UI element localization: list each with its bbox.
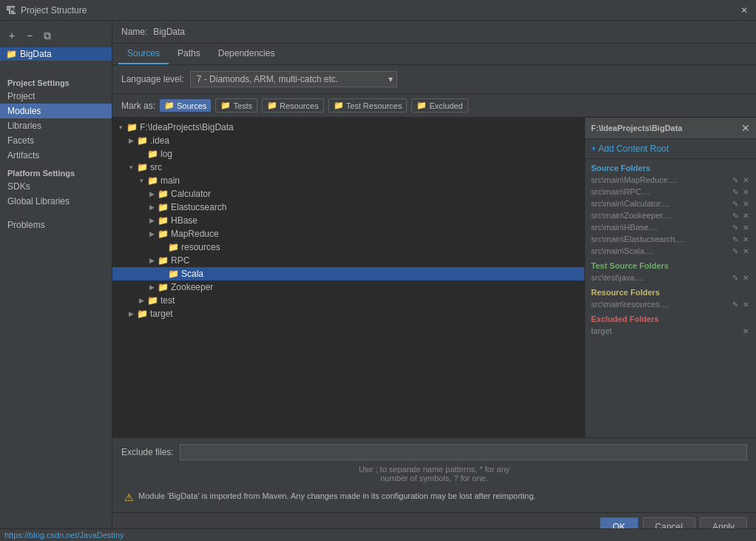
log-folder-icon: 📁 <box>146 149 158 158</box>
exclude-files-row: Exclude files: <box>121 444 747 460</box>
tab-paths[interactable]: Paths <box>169 44 209 64</box>
mark-as-tests-button[interactable]: 📁 Tests <box>215 98 257 112</box>
right-panel-path: F:\IdeaProjects\BigData <box>591 124 682 132</box>
name-label: Name: <box>121 27 147 37</box>
root-expand-icon: ▾ <box>115 122 126 132</box>
test-resources-folder-icon: 📁 <box>334 101 344 110</box>
mapreduce-expand-icon: ▶ <box>146 229 157 239</box>
sidebar-item-facets[interactable]: Facets <box>0 133 112 148</box>
remove-test-java-button[interactable]: ✕ <box>741 273 750 282</box>
sidebar: + − ⧉ 📁 BigData Project Settings Project… <box>0 21 112 541</box>
tree-item-test[interactable]: ▶ 📁 test <box>112 294 584 307</box>
app-icon: 🏗 <box>6 4 16 16</box>
tree-item-rpc[interactable]: ▶ 📁 RPC <box>112 254 584 267</box>
tree-item-resources[interactable]: ▶ 📁 resources <box>112 241 584 254</box>
remove-target-button[interactable]: ✕ <box>741 326 750 335</box>
right-panel-header: F:\IdeaProjects\BigData ✕ <box>585 118 756 139</box>
tree-item-hbase[interactable]: ▶ 📁 HBase <box>112 214 584 227</box>
right-panel: F:\IdeaProjects\BigData ✕ + Add Content … <box>584 118 756 437</box>
target-folder-icon: 📁 <box>136 309 148 318</box>
mark-as-excluded-button[interactable]: 📁 Excluded <box>411 98 468 112</box>
edit-main-resources-button[interactable]: ✎ <box>731 300 740 309</box>
edit-zookeeper-button[interactable]: ✎ <box>731 211 740 220</box>
rpc-expand-icon: ▶ <box>146 255 157 266</box>
language-level-label: Language level: <box>121 74 184 84</box>
elastucsearch-folder-icon: 📁 <box>157 203 169 212</box>
tree-item-mapreduce[interactable]: ▶ 📁 MapReduce <box>112 227 584 241</box>
mark-as-test-resources-button[interactable]: 📁 Test Resources <box>328 98 408 112</box>
sidebar-item-problems[interactable]: Problems <box>0 218 112 232</box>
src-folder-icon: 📁 <box>136 163 148 172</box>
sidebar-item-modules[interactable]: Modules <box>0 104 112 118</box>
idea-expand-icon: ▶ <box>126 135 136 146</box>
edit-rpc-button[interactable]: ✎ <box>731 187 740 196</box>
root-folder-icon: 📁 <box>126 123 138 132</box>
close-button[interactable]: ✕ <box>738 4 750 16</box>
rp-item-target: target ✕ <box>585 325 756 337</box>
module-folder-icon: 📁 <box>6 49 17 59</box>
mark-as-row: Mark as: 📁 Sources 📁 Tests 📁 Resources 📁… <box>112 94 756 118</box>
add-content-root-button[interactable]: + Add Content Root <box>585 139 756 159</box>
test-source-folders-title: Test Source Folders <box>585 257 756 272</box>
rp-item-test-java: src\test\java.... ✎ ✕ <box>585 272 756 283</box>
remove-module-button[interactable]: − <box>22 28 37 43</box>
tree-item-main[interactable]: ▾ 📁 main <box>112 174 584 187</box>
target-expand-icon: ▶ <box>126 309 136 319</box>
tab-sources[interactable]: Sources <box>118 44 169 64</box>
mark-as-resources-button[interactable]: 📁 Resources <box>262 98 324 112</box>
tree-item-log[interactable]: ▶ 📁 log <box>112 147 584 161</box>
resources-folder-icon: 📁 <box>267 101 277 110</box>
remove-elastucsearch-button[interactable]: ✕ <box>741 235 750 243</box>
zookeeper-expand-icon: ▶ <box>146 282 157 292</box>
remove-rpc-button[interactable]: ✕ <box>741 187 750 196</box>
copy-module-button[interactable]: ⧉ <box>40 28 55 43</box>
tree-item-idea[interactable]: ▶ 📁 .idea <box>112 134 584 147</box>
sidebar-item-artifacts[interactable]: Artifacts <box>0 148 112 163</box>
remove-scala-button[interactable]: ✕ <box>741 246 750 255</box>
module-name: BigData <box>20 49 52 59</box>
source-folders-title: Source Folders <box>585 159 756 174</box>
test-expand-icon: ▶ <box>136 295 146 306</box>
main-folder-icon: 📁 <box>146 176 158 185</box>
edit-hbase-button[interactable]: ✎ <box>731 223 740 232</box>
elastucsearch-expand-icon: ▶ <box>146 202 157 212</box>
sidebar-item-libraries[interactable]: Libraries <box>0 118 112 133</box>
exclude-files-input[interactable] <box>180 444 747 460</box>
tree-item-elastucsearch[interactable]: ▶ 📁 Elastucsearch <box>112 201 584 214</box>
edit-elastucsearch-button[interactable]: ✎ <box>731 235 740 243</box>
scala-folder-icon: 📁 <box>167 269 179 278</box>
tree-item-scala[interactable]: ▶ 📁 Scala <box>112 267 584 280</box>
mark-as-sources-button[interactable]: 📁 Sources <box>160 99 211 112</box>
language-level-select-wrapper: 7 - Diamonds, ARM, multi-catch etc. 8 - … <box>190 71 397 87</box>
add-module-button[interactable]: + <box>4 28 19 43</box>
url-bar: https://blog.csdn.net/JavaDestiny <box>0 528 756 541</box>
project-settings-label: Project Settings <box>0 75 112 89</box>
language-level-select[interactable]: 7 - Diamonds, ARM, multi-catch etc. 8 - … <box>190 71 397 87</box>
edit-test-java-button[interactable]: ✎ <box>731 273 740 282</box>
sources-folder-icon: 📁 <box>164 101 175 110</box>
rp-item-mapreduce: src\main\MapReduce.... ✎ ✕ <box>585 174 756 186</box>
edit-mapreduce-button[interactable]: ✎ <box>731 175 740 184</box>
sidebar-item-sdks[interactable]: SDKs <box>0 179 112 194</box>
remove-hbase-button[interactable]: ✕ <box>741 223 750 232</box>
sidebar-item-global-libraries[interactable]: Global Libraries <box>0 194 112 209</box>
edit-calculator-button[interactable]: ✎ <box>731 199 740 208</box>
module-bigdata[interactable]: 📁 BigData <box>0 47 112 61</box>
tree-item-calculator[interactable]: ▶ 📁 Calculator <box>112 187 584 201</box>
remove-main-resources-button[interactable]: ✕ <box>741 300 750 309</box>
tab-dependencies[interactable]: Dependencies <box>209 44 284 64</box>
tree-root[interactable]: ▾ 📁 F:\IdeaProjects\BigData <box>112 121 584 134</box>
tree-item-zookeeper[interactable]: ▶ 📁 Zookeeper <box>112 280 584 294</box>
remove-mapreduce-button[interactable]: ✕ <box>741 175 750 184</box>
right-panel-close-button[interactable]: ✕ <box>741 122 750 134</box>
tree-item-src[interactable]: ▾ 📁 src <box>112 161 584 174</box>
sidebar-item-project[interactable]: Project <box>0 89 112 104</box>
remove-zookeeper-button[interactable]: ✕ <box>741 211 750 220</box>
remove-calculator-button[interactable]: ✕ <box>741 199 750 208</box>
tree-item-target[interactable]: ▶ 📁 target <box>112 307 584 320</box>
tabs-row: Sources Paths Dependencies <box>112 44 756 65</box>
rp-item-main-resources: src\main\resources.... ✎ ✕ <box>585 298 756 310</box>
edit-scala-button[interactable]: ✎ <box>731 246 740 255</box>
main-expand-icon: ▾ <box>136 175 146 186</box>
tests-folder-icon: 📁 <box>220 101 231 110</box>
